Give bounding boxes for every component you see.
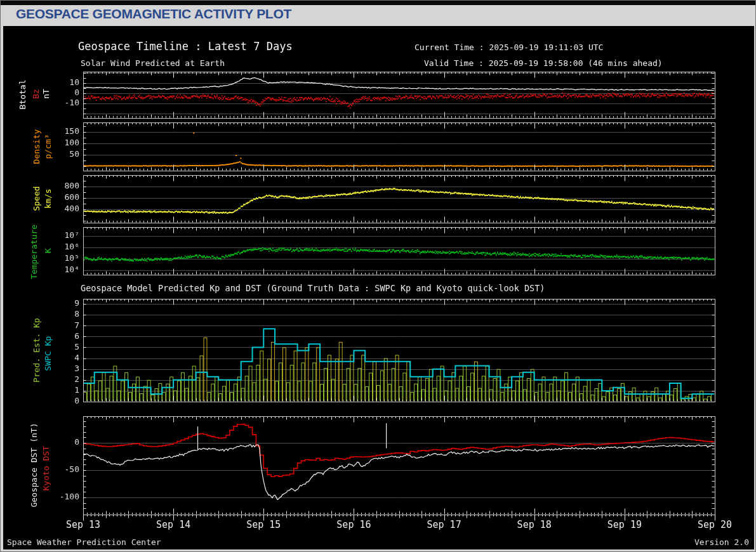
top-black-bar	[1, 1, 755, 5]
geospace-activity-page: GEOSPACE GEOMAGNETIC ACTIVITY PLOT Geosp…	[0, 0, 756, 552]
pred-kp-axis-label: Pred. Est. Kp	[32, 318, 41, 383]
kp-dst-title: Geospace Model Predicted Kp and DST (Gro…	[81, 283, 545, 293]
bz-axis-label: Bz	[31, 89, 41, 99]
plot-title: Geospace Timeline : Latest 7 Days	[78, 40, 293, 53]
temperature-unit-label: K	[43, 248, 53, 253]
density-unit-label: p/cm³	[43, 134, 53, 159]
current-time: Current Time : 2025-09-19 19:11:03 UTC	[414, 43, 603, 52]
plot-frame: Geospace Timeline : Latest 7 Days Curren…	[3, 26, 754, 549]
temperature-axis-label: Temperature	[29, 225, 39, 279]
kyoto-dst-axis-label: Kyoto DST	[41, 446, 51, 490]
page-header: GEOSPACE GEOMAGNETIC ACTIVITY PLOT	[1, 5, 755, 26]
plot-subtitle: Solar Wind Predicted at Earth	[81, 58, 225, 68]
valid-time: Valid Time : 2025-09-19 19:58:00 (46 min…	[424, 58, 663, 68]
footer-source: Space Weather Prediction Center	[7, 537, 161, 547]
density-axis-label: Density	[32, 129, 41, 164]
page-title: GEOSPACE GEOMAGNETIC ACTIVITY PLOT	[16, 6, 291, 22]
swpc-kp-axis-label: SWPC Kp	[43, 336, 53, 371]
geospace-dst-axis-label: Geospace DST (nT)	[29, 423, 39, 507]
footer-version: Version 2.0	[694, 537, 749, 547]
speed-axis-label: Speed	[32, 186, 41, 211]
speed-unit-label: km/s	[43, 188, 53, 208]
btotal-axis-label: Btotal	[18, 80, 27, 110]
nt-axis-label: nT	[41, 89, 51, 99]
